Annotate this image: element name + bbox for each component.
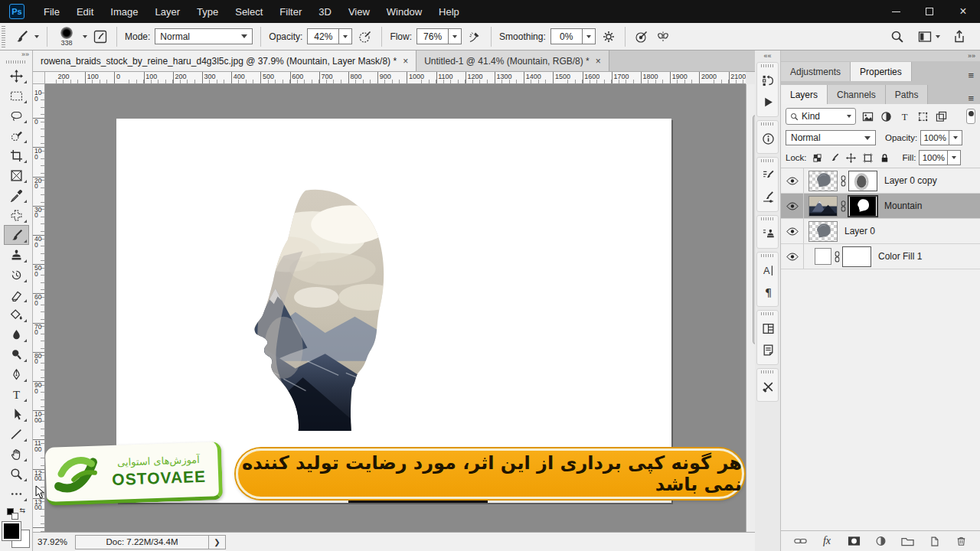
opacity-dropdown[interactable] xyxy=(339,28,352,44)
tool-eraser[interactable] xyxy=(4,285,29,305)
brush-tool-preset-icon[interactable] xyxy=(13,28,30,45)
libraries-panel-icon[interactable] xyxy=(757,318,779,339)
smart-filter-icon[interactable] xyxy=(933,109,949,124)
tool-dodge[interactable] xyxy=(4,344,29,364)
visibility-eye-icon[interactable] xyxy=(781,168,804,193)
menu-3d[interactable]: 3D xyxy=(310,0,340,23)
new-adjustment-icon[interactable] xyxy=(872,533,889,549)
color-swatches[interactable] xyxy=(2,522,32,549)
actions-panel-icon[interactable] xyxy=(757,92,779,112)
smoothing-options-gear-icon[interactable] xyxy=(600,28,617,45)
layer-opacity-dropdown[interactable] xyxy=(949,130,962,145)
shape-filter-icon[interactable] xyxy=(915,109,930,124)
menu-view[interactable]: View xyxy=(340,0,378,23)
smoothing-value[interactable]: 0% xyxy=(550,28,583,44)
layer-fill-dropdown[interactable] xyxy=(948,150,961,165)
flow-dropdown[interactable] xyxy=(449,28,462,44)
layer-mask-thumbnail[interactable] xyxy=(848,196,877,217)
new-layer-icon[interactable] xyxy=(926,533,942,549)
toolbar-grip[interactable] xyxy=(6,60,26,64)
layer-mask-thumbnail[interactable] xyxy=(848,171,877,191)
layer-thumbnail[interactable] xyxy=(808,171,838,191)
tab-channels[interactable]: Channels xyxy=(828,85,886,104)
tool-presets-panel-icon[interactable] xyxy=(757,377,779,397)
paragraph-panel-icon[interactable]: ¶ xyxy=(757,282,779,302)
toggle-brush-settings-icon[interactable] xyxy=(92,28,109,45)
visibility-eye-icon[interactable] xyxy=(781,194,804,218)
tool-hand[interactable] xyxy=(4,444,29,464)
status-options-chevron[interactable]: ❯ xyxy=(209,535,226,549)
menu-image[interactable]: Image xyxy=(102,0,146,23)
add-mask-icon[interactable] xyxy=(845,533,862,549)
document-tab[interactable]: Untitled-1 @ 41.4% (Mountain, RGB/8) *× xyxy=(416,51,609,71)
layer-opacity-value[interactable]: 100% xyxy=(920,130,949,145)
tab-layers[interactable]: Layers xyxy=(781,85,828,104)
tool-healing[interactable] xyxy=(4,205,29,225)
pixel-filter-icon[interactable] xyxy=(860,109,875,124)
options-grip[interactable] xyxy=(2,26,5,47)
blend-mode-select[interactable]: Normal xyxy=(155,28,253,44)
layer-row-layer-0[interactable]: Layer 0 xyxy=(781,219,980,244)
delete-layer-icon[interactable] xyxy=(952,533,969,549)
layer-row-color-fill-1[interactable]: Color Fill 1 xyxy=(781,244,980,269)
menu-select[interactable]: Select xyxy=(227,0,271,23)
tool-gradient[interactable] xyxy=(4,305,29,324)
tool-lasso[interactable] xyxy=(4,106,29,126)
default-colors-control[interactable]: ⇆ xyxy=(7,507,25,520)
clone-source-panel-icon[interactable] xyxy=(757,223,779,244)
menu-layer[interactable]: Layer xyxy=(147,0,189,23)
tool-move[interactable] xyxy=(4,66,29,86)
notes-panel-icon[interactable] xyxy=(757,340,779,360)
link-layers-icon[interactable] xyxy=(792,533,808,549)
document-tab[interactable]: rowena_braids_stock_by_reine_haru_d4g3l5… xyxy=(33,51,416,71)
collapse-dock-chevron[interactable]: »» xyxy=(968,52,975,60)
new-group-icon[interactable] xyxy=(899,533,916,549)
workspace-icon[interactable] xyxy=(916,28,933,45)
tool-pen[interactable] xyxy=(4,364,29,384)
layer-blend-mode-select[interactable]: Normal xyxy=(786,130,876,145)
layer-thumbnail[interactable] xyxy=(815,248,831,265)
character-panel-icon[interactable]: A xyxy=(757,260,779,281)
smoothing-dropdown[interactable] xyxy=(583,28,596,44)
menu-file[interactable]: File xyxy=(35,0,68,23)
panel-menu-icon[interactable]: ≡ xyxy=(968,70,980,81)
close-button[interactable]: × xyxy=(946,0,980,23)
visibility-eye-icon[interactable] xyxy=(781,244,804,269)
visibility-eye-icon[interactable] xyxy=(781,219,804,243)
tool-brush[interactable] xyxy=(4,225,29,245)
tool-blur[interactable] xyxy=(4,324,29,344)
history-panel-icon[interactable] xyxy=(757,70,779,91)
tab-paths[interactable]: Paths xyxy=(886,85,929,104)
filter-kind-select[interactable]: Kind xyxy=(786,108,856,125)
mask-link-icon[interactable] xyxy=(838,201,848,212)
brush-settings-panel-icon[interactable] xyxy=(757,165,779,186)
menu-type[interactable]: Type xyxy=(188,0,227,23)
lock-all-icon[interactable] xyxy=(877,151,892,165)
menu-help[interactable]: Help xyxy=(430,0,468,23)
brushes-panel-icon[interactable] xyxy=(757,187,779,207)
tool-crop[interactable] xyxy=(4,145,29,165)
minimize-button[interactable] xyxy=(879,0,913,23)
lock-transparency-icon[interactable] xyxy=(810,151,825,165)
lock-position-icon[interactable] xyxy=(844,151,858,165)
tool-line[interactable] xyxy=(4,424,29,444)
layer-mask-thumbnail[interactable] xyxy=(842,246,871,267)
adjust-filter-icon[interactable] xyxy=(878,109,893,124)
tool-frame[interactable] xyxy=(4,165,29,185)
flow-value[interactable]: 76% xyxy=(416,28,449,44)
layer-thumbnail[interactable] xyxy=(808,221,838,242)
tool-history-brush[interactable] xyxy=(4,265,29,285)
layer-row-layer-0-copy[interactable]: Layer 0 copy xyxy=(781,168,980,194)
collapse-toolbar-chevron[interactable]: »» xyxy=(21,51,29,60)
type-filter-icon[interactable]: T xyxy=(897,109,912,124)
tool-type[interactable]: T xyxy=(4,384,29,404)
foreground-color-swatch[interactable] xyxy=(2,522,21,540)
info-panel-icon[interactable] xyxy=(757,129,779,149)
layer-fill-value[interactable]: 100% xyxy=(919,150,948,165)
brush-preset-picker[interactable]: 338 xyxy=(55,27,78,47)
mask-link-icon[interactable] xyxy=(832,251,841,262)
opacity-value[interactable]: 42% xyxy=(307,28,339,44)
tool-quick-select[interactable] xyxy=(4,126,29,145)
layer-effects-icon[interactable]: fx xyxy=(818,533,835,549)
tool-path-select[interactable] xyxy=(4,404,29,424)
